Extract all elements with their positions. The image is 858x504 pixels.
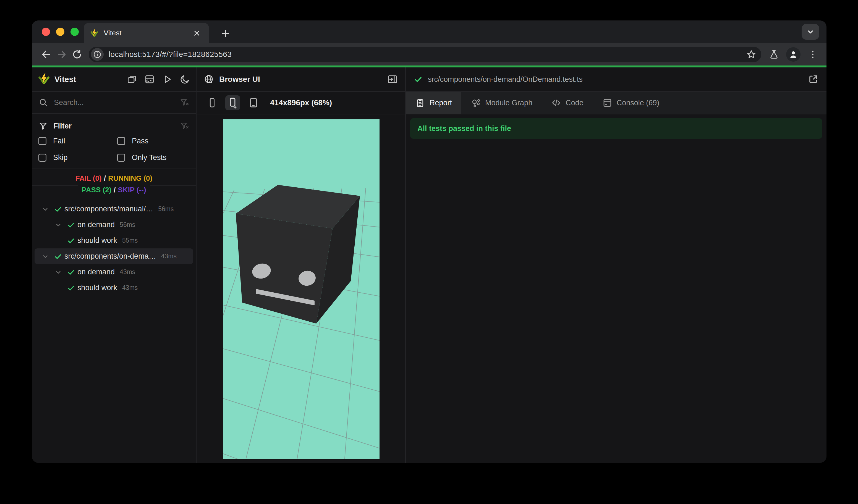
tab-report[interactable]: Report	[406, 92, 461, 114]
tab-label: Console (69)	[617, 99, 660, 107]
search-row	[32, 92, 196, 114]
titlebar: Vitest	[32, 20, 826, 43]
filter-section: Filter Fail Pass	[32, 114, 196, 169]
sidebar-header: Vitest	[32, 67, 196, 92]
indent-guide	[44, 264, 44, 296]
reload-button[interactable]	[69, 47, 85, 62]
pass-count: PASS (2)	[81, 186, 111, 194]
summary-separator: /	[111, 186, 118, 194]
site-info-icon[interactable]	[91, 48, 104, 61]
dock-panel-right-icon[interactable]	[387, 74, 398, 85]
tab-console[interactable]: Console (69)	[593, 92, 669, 114]
tab-search-chevron-button[interactable]	[801, 24, 819, 40]
browser-tab[interactable]: Vitest	[84, 23, 209, 43]
test-label: should work	[77, 283, 117, 292]
filter-options: Fail Pass Skip Only Tests	[38, 133, 189, 166]
fail-count: FAIL (0)	[76, 174, 102, 182]
pass-check-icon	[414, 75, 423, 84]
new-tab-button[interactable]	[218, 26, 234, 42]
test-duration: 56ms	[120, 221, 135, 228]
sidebar: Vitest	[32, 67, 196, 463]
report-tabbar: Report Module Graph Code	[406, 92, 826, 114]
filter-label: Skip	[53, 153, 68, 162]
indent-guide	[44, 217, 44, 248]
open-external-icon[interactable]	[808, 74, 819, 85]
device-phone-icon[interactable]	[206, 97, 218, 109]
tab-label: Module Graph	[485, 99, 533, 107]
back-button[interactable]	[38, 47, 54, 62]
all-tests-passed-banner: All tests passed in this file	[410, 118, 822, 139]
report-content: All tests passed in this file	[406, 114, 826, 463]
browser-ui-header: Browser UI	[196, 67, 405, 92]
test-tree-row-suite[interactable]: on demand 43ms	[32, 264, 196, 280]
test-duration: 43ms	[120, 268, 135, 276]
chevron-down-icon[interactable]	[52, 220, 65, 230]
test-tree: src/components/manual/… 56ms on demand 5…	[32, 199, 196, 463]
filter-title: Filter	[53, 122, 72, 130]
search-icon	[38, 98, 48, 108]
device-tablet-icon[interactable]	[248, 97, 259, 109]
browser-preview-scene[interactable]	[223, 119, 380, 459]
test-label: on demand	[77, 268, 115, 276]
preview-viewport-area	[196, 114, 405, 463]
bookmark-star-icon[interactable]	[744, 47, 759, 62]
filter-checkbox-fail[interactable]: Fail	[38, 133, 117, 149]
zoom-window-button[interactable]	[70, 28, 79, 36]
clear-filter-icon[interactable]	[179, 121, 189, 131]
test-summary: FAIL (0)/RUNNING (0) PASS (2)/SKIP (--)	[32, 169, 196, 199]
vitest-logo-icon	[38, 73, 50, 85]
tab-module-graph[interactable]: Module Graph	[461, 92, 542, 114]
menu-kebab-icon[interactable]	[806, 47, 820, 62]
test-duration: 43ms	[161, 253, 177, 260]
indent-guide	[57, 234, 57, 248]
dashboard-icon[interactable]	[144, 74, 155, 85]
test-label: should work	[77, 236, 117, 245]
summary-separator: /	[102, 174, 108, 182]
filter-label: Only Tests	[132, 153, 167, 162]
checkbox-icon[interactable]	[38, 137, 46, 145]
tab-close-icon[interactable]	[191, 27, 203, 39]
device-toolbar: 414x896px (68%)	[196, 92, 405, 114]
filter-checkbox-skip[interactable]: Skip	[38, 149, 117, 166]
profile-avatar[interactable]	[786, 47, 800, 62]
tab-code[interactable]: Code	[542, 92, 593, 114]
chevron-down-icon[interactable]	[39, 204, 52, 215]
clipboard-icon	[415, 98, 425, 108]
vitest-app: Vitest	[32, 67, 826, 463]
file-path: src/components/on-demand/OnDemand.test.t…	[428, 75, 583, 84]
report-panel: src/components/on-demand/OnDemand.test.t…	[406, 67, 826, 463]
filter-checkbox-only-tests[interactable]: Only Tests	[117, 149, 189, 166]
filter-funnel-icon	[38, 121, 48, 131]
filter-checkbox-pass[interactable]: Pass	[117, 133, 189, 149]
screenshot-stage: Vitest localhost:5173/#/?file=1828625563	[0, 0, 858, 504]
clear-search-filter-icon[interactable]	[179, 98, 189, 108]
device-phone-plus-selected[interactable]	[225, 95, 240, 110]
checkbox-icon[interactable]	[38, 153, 46, 162]
chevron-down-icon[interactable]	[39, 251, 52, 262]
test-tree-row-file[interactable]: src/components/manual/… 56ms	[32, 201, 196, 217]
url-bar[interactable]: localhost:5173/#/?file=1828625563	[89, 47, 761, 62]
url-text[interactable]: localhost:5173/#/?file=1828625563	[109, 50, 232, 59]
panel-title: Browser UI	[219, 75, 260, 84]
test-duration: 56ms	[158, 205, 174, 213]
checkbox-icon[interactable]	[117, 153, 125, 162]
chevron-down-icon[interactable]	[52, 267, 65, 278]
forward-button[interactable]	[54, 47, 69, 62]
test-duration: 43ms	[122, 284, 138, 292]
run-progress-bar	[32, 65, 826, 67]
dark-mode-moon-icon[interactable]	[179, 74, 190, 85]
tab-label: Report	[430, 99, 452, 107]
vitest-favicon-icon	[90, 29, 99, 37]
test-tree-row-suite[interactable]: on demand 56ms	[32, 217, 196, 233]
search-input[interactable]	[54, 98, 179, 107]
checkbox-icon[interactable]	[117, 137, 125, 145]
test-tree-row-file-selected[interactable]: src/components/on-dema… 43ms	[34, 248, 193, 264]
test-label: src/components/manual/…	[64, 205, 153, 213]
minimize-window-button[interactable]	[56, 28, 64, 36]
experiments-flask-icon[interactable]	[767, 47, 781, 62]
close-window-button[interactable]	[42, 28, 50, 36]
toolbar-right-actions	[767, 47, 820, 62]
collapse-panels-icon[interactable]	[126, 74, 137, 85]
run-all-icon[interactable]	[162, 74, 173, 85]
tab-title: Vitest	[104, 29, 191, 37]
